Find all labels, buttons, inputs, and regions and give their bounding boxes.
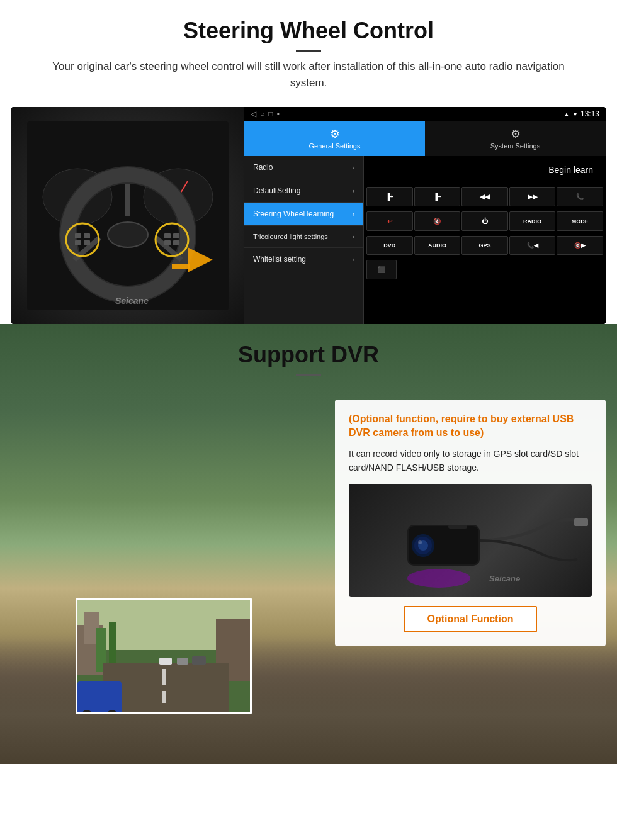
system-icon: ⚙ [430, 127, 601, 141]
svg-rect-43 [162, 691, 166, 703]
nav-home-icon: ○ [260, 109, 264, 118]
android-content: Radio › DefaultSetting › Steering Wheel … [244, 156, 606, 324]
tab-general-settings[interactable]: ⚙ General Settings [244, 121, 425, 156]
control-grid-row4: ⬛ [364, 257, 606, 282]
svg-rect-46 [192, 656, 206, 665]
dvr-optional-text: (Optional function, require to buy exter… [349, 412, 592, 440]
svg-point-10 [108, 222, 148, 247]
chevron-right-icon: › [353, 164, 354, 171]
svg-rect-16 [84, 240, 90, 245]
svg-rect-19 [164, 240, 171, 245]
ctrl-vol-down[interactable]: ▐− [414, 187, 461, 206]
menu-item-steering[interactable]: Steering Wheel learning › [244, 203, 363, 226]
dvr-thumbnail [76, 598, 252, 714]
nav-recent-icon: □ [268, 109, 273, 118]
menu-list: Radio › DefaultSetting › Steering Wheel … [244, 156, 364, 324]
ctrl-call-prev[interactable]: 📞◀ [509, 236, 556, 255]
section1-description: Your original car's steering wheel contr… [38, 59, 579, 91]
svg-rect-14 [84, 233, 90, 238]
ctrl-hangup[interactable]: ↩ [366, 211, 413, 231]
svg-point-31 [407, 569, 470, 588]
menu-radio-label: Radio [253, 163, 273, 172]
menu-default-label: DefaultSetting [253, 186, 300, 195]
steering-ui-panel: Seicane ◁ ○ □ ▪ ▲ ▾ 13:13 ⚙ General Sett… [11, 107, 606, 324]
dvr-thumbnail-svg [77, 600, 252, 714]
dvr-description: It can record video only to storage in G… [349, 447, 592, 475]
svg-rect-44 [159, 658, 172, 665]
svg-rect-20 [173, 240, 179, 245]
ctrl-mode[interactable]: MODE [557, 211, 603, 231]
ctrl-radio[interactable]: RADIO [509, 211, 556, 231]
ctrl-next[interactable]: ▶▶ [509, 187, 556, 206]
ctrl-dvd[interactable]: DVD [366, 236, 413, 255]
android-statusbar: ◁ ○ □ ▪ ▲ ▾ 13:13 [244, 107, 606, 121]
begin-learn-button[interactable]: Begin learn [542, 161, 599, 179]
status-time: 13:13 [580, 109, 599, 118]
menu-steering-label: Steering Wheel learning [253, 210, 334, 218]
ctrl-power[interactable]: ⏻ [461, 211, 508, 231]
ctrl-mute-next[interactable]: 🔇▶ [557, 236, 603, 255]
chevron-right-icon5: › [353, 256, 354, 263]
optional-function-button[interactable]: Optional Function [404, 606, 538, 632]
svg-text:Seicane: Seicane [115, 296, 149, 306]
control-panel: Begin learn ▐+ ▐− ◀◀ ▶▶ 📞 ↩ 🔇 ⏻ RADIO MO… [364, 156, 606, 324]
tab-general-label: General Settings [309, 142, 361, 150]
ctrl-extra[interactable]: ⬛ [366, 260, 397, 279]
ctrl-vol-up[interactable]: ▐+ [366, 187, 413, 206]
settings-gear-icon: ⚙ [249, 127, 420, 141]
tab-system-label: System Settings [490, 142, 540, 150]
nav-menu-icon: ▪ [277, 109, 280, 118]
dvr-title-divider [296, 374, 321, 376]
dvr-title: Support DVR [0, 342, 617, 368]
svg-point-30 [418, 540, 422, 544]
tab-system-settings[interactable]: ⚙ System Settings [425, 121, 606, 156]
nav-back-icon: ◁ [251, 109, 256, 118]
steering-photo: Seicane [11, 107, 244, 324]
svg-rect-24 [574, 518, 588, 526]
menu-item-tricoloured[interactable]: Tricoloured light settings › [244, 226, 363, 248]
menu-item-defaultsetting[interactable]: DefaultSetting › [244, 179, 363, 203]
ctrl-gps[interactable]: GPS [461, 236, 508, 255]
section1-header: Steering Wheel Control Your original car… [0, 0, 617, 101]
control-grid-row2: ↩ 🔇 ⏻ RADIO MODE [364, 209, 606, 233]
control-grid-row3: DVD AUDIO GPS 📞◀ 🔇▶ [364, 233, 606, 257]
svg-rect-15 [75, 240, 81, 245]
title-divider [296, 50, 321, 52]
menu-tricoloured-label: Tricoloured light settings [253, 233, 328, 240]
menu-item-whitelist[interactable]: Whitelist setting › [244, 248, 363, 271]
svg-text:Seicane: Seicane [489, 574, 520, 583]
section1-title: Steering Wheel Control [38, 18, 579, 44]
svg-rect-45 [177, 658, 188, 665]
svg-rect-17 [164, 233, 171, 238]
svg-rect-32 [448, 525, 467, 529]
svg-rect-42 [162, 669, 166, 685]
wifi-icon: ▾ [574, 111, 577, 118]
ctrl-mute[interactable]: 🔇 [414, 211, 461, 231]
dvr-title-area: Support DVR [0, 324, 617, 376]
svg-rect-47 [77, 681, 122, 714]
chevron-right-icon2: › [353, 188, 354, 194]
begin-learn-row: Begin learn [364, 156, 606, 184]
ctrl-prev[interactable]: ◀◀ [461, 187, 508, 206]
svg-rect-18 [173, 233, 179, 238]
menu-item-radio[interactable]: Radio › [244, 156, 363, 179]
dvr-background: Support DVR (Optional function, require … [0, 324, 617, 764]
steering-wheel-image: Seicane [27, 121, 229, 310]
menu-whitelist-label: Whitelist setting [253, 255, 306, 264]
chevron-right-icon4: › [353, 233, 354, 240]
svg-rect-13 [75, 233, 81, 238]
camera-svg: Seicane [351, 490, 590, 591]
dvr-info-box: (Optional function, require to buy exter… [335, 400, 606, 646]
signal-icon: ▲ [563, 111, 570, 118]
android-ui-panel: ◁ ○ □ ▪ ▲ ▾ 13:13 ⚙ General Settings ⚙ S… [244, 107, 606, 324]
control-grid-row1: ▐+ ▐− ◀◀ ▶▶ 📞 [364, 184, 606, 209]
svg-rect-22 [172, 264, 190, 269]
ctrl-audio[interactable]: AUDIO [414, 236, 461, 255]
android-tabs: ⚙ General Settings ⚙ System Settings [244, 121, 606, 156]
dvr-camera-image: Seicane [349, 484, 592, 597]
ctrl-call[interactable]: 📞 [557, 187, 603, 206]
chevron-right-icon3: › [353, 211, 354, 218]
section2: Support DVR (Optional function, require … [0, 324, 617, 764]
